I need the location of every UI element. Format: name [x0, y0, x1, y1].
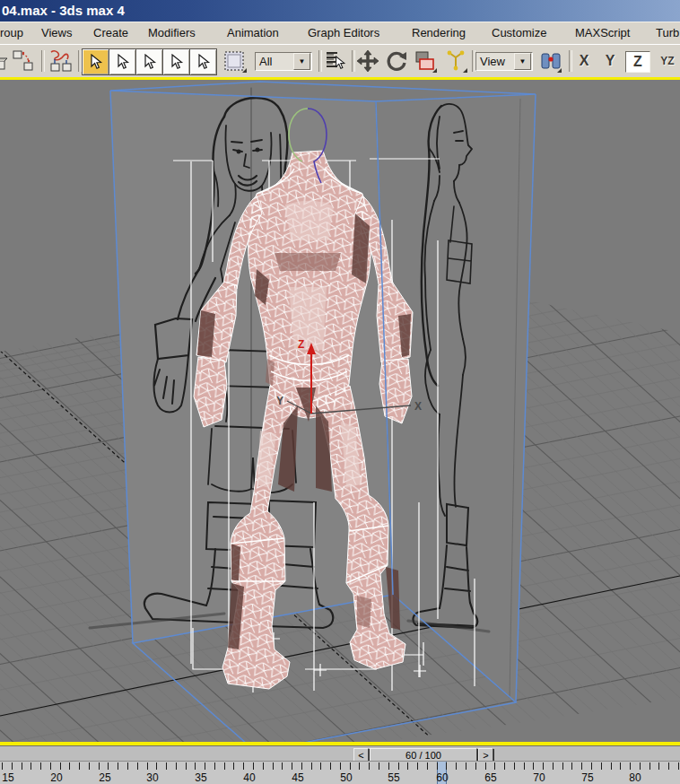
rectangular-selection-region-icon[interactable] — [221, 48, 248, 74]
3dsmax-window: { "window": { "title": "04.max - 3ds max… — [0, 0, 680, 784]
ruler-label: 35 — [188, 771, 214, 784]
time-slider-handle[interactable]: 60 / 100 — [370, 748, 477, 762]
select-by-name-icon[interactable] — [323, 48, 348, 74]
use-pivot-point-center-icon[interactable] — [539, 48, 562, 74]
chevron-down-icon[interactable]: ▼ — [514, 53, 531, 70]
axis-x-button[interactable]: X — [574, 51, 594, 71]
reference-coordsys-value: View — [476, 55, 513, 68]
track-bar-ruler[interactable]: 15 20 25 30 35 40 45 50 55 60 65 70 75 8… — [0, 761, 680, 784]
reference-coordsys-combo[interactable]: View ▼ — [475, 52, 533, 71]
ruler-label: 75 — [575, 771, 600, 784]
select-object-button[interactable] — [189, 48, 217, 75]
ruler-label: 30 — [140, 771, 165, 784]
menu-maxscript[interactable]: MAXScript — [575, 26, 630, 39]
menu-group[interactable]: roup — [0, 26, 23, 39]
ruler-ticks — [0, 762, 680, 770]
gizmo-y-label: Y — [276, 395, 283, 407]
select-and-link-icon[interactable] — [11, 48, 36, 74]
selection-filter-combo[interactable]: All ▼ — [255, 52, 312, 71]
menu-views[interactable]: Views — [41, 26, 72, 39]
ruler-label: 70 — [527, 771, 552, 784]
toolbar-separator — [41, 50, 45, 72]
ruler-label: 20 — [44, 771, 69, 784]
select-and-manipulate-icon[interactable] — [443, 48, 468, 74]
ruler-label: 45 — [285, 771, 310, 784]
menu-modifiers[interactable]: Modifiers — [148, 26, 196, 39]
axis-y-button[interactable]: Y — [600, 51, 620, 71]
select-and-move-icon[interactable] — [355, 48, 380, 74]
menu-animation[interactable]: Animation — [227, 26, 279, 39]
time-slider-track[interactable]: < 60 / 100 > — [0, 745, 680, 761]
box-icon[interactable] — [0, 52, 10, 77]
select-object-button[interactable] — [162, 48, 190, 75]
previous-frame-button[interactable]: < — [353, 748, 369, 762]
toolbar-separator — [569, 50, 572, 72]
select-object-button[interactable] — [82, 48, 109, 75]
menu-graph-editors[interactable]: Graph Editors — [308, 26, 379, 39]
menu-customize[interactable]: Customize — [492, 26, 546, 39]
menu-create[interactable]: Create — [93, 26, 128, 39]
ruler-label: 60 — [430, 771, 455, 784]
axis-z-button[interactable]: Z — [625, 51, 650, 73]
active-viewport-border — [0, 77, 680, 80]
menu-rendering[interactable]: Rendering — [412, 26, 466, 39]
ruler-label: 40 — [237, 771, 262, 784]
ruler-label: 65 — [478, 771, 503, 784]
toolbar-separator — [318, 50, 322, 72]
ruler-label: 55 — [381, 771, 406, 784]
select-and-rotate-icon[interactable] — [384, 48, 409, 74]
bind-to-space-warp-icon[interactable] — [48, 48, 73, 74]
viewport-canvas[interactable]: X Y Z — [0, 77, 680, 745]
selection-filter-value: All — [256, 55, 292, 68]
chevron-down-icon[interactable]: ▼ — [293, 53, 310, 70]
ruler-label: 25 — [92, 771, 118, 784]
main-toolbar: All ▼ V — [0, 44, 680, 77]
title-bar[interactable]: 04.max - 3ds max 4 — [0, 0, 680, 22]
ruler-label: 80 — [623, 771, 648, 784]
ruler-label: 15 — [0, 771, 21, 784]
gizmo-x-label: X — [414, 400, 422, 413]
select-object-button[interactable] — [135, 48, 163, 75]
window-title: 04.max - 3ds max 4 — [2, 3, 125, 18]
axis-yz-button[interactable]: YZ — [654, 51, 680, 71]
menu-turb[interactable]: Turb — [656, 26, 679, 39]
select-object-button[interactable] — [109, 48, 136, 75]
gizmo-z-label: Z — [298, 338, 304, 351]
next-frame-button[interactable]: > — [478, 748, 493, 762]
ruler-label: 50 — [334, 771, 359, 784]
select-and-scale-icon[interactable] — [413, 48, 438, 74]
menu-bar: roup Views Create Modifiers Animation Gr… — [0, 22, 680, 44]
